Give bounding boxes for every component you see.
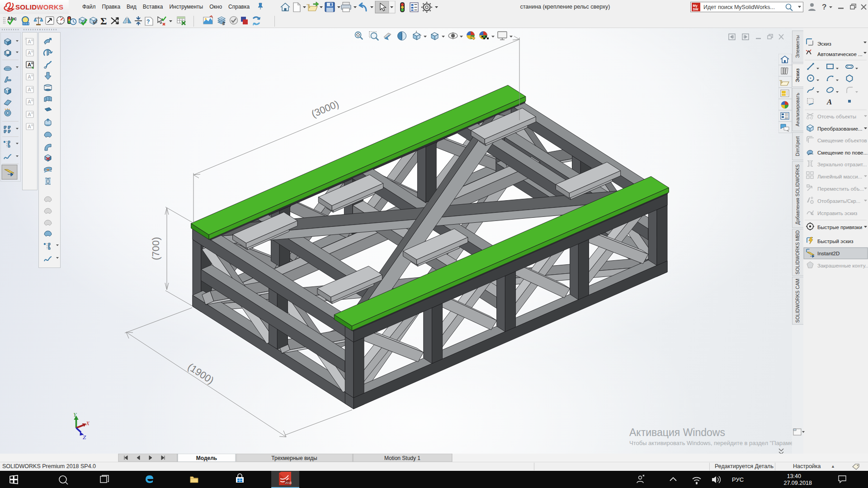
svg-text:A: A: [28, 39, 31, 44]
svg-text:Идет поиск MySolidWorks...: Идет поиск MySolidWorks...: [703, 4, 775, 10]
svg-text:SOLIDWORKS CAM: SOLIDWORKS CAM: [795, 279, 800, 323]
svg-text:13:40: 13:40: [787, 473, 801, 479]
svg-text:Motion Study 1: Motion Study 1: [384, 455, 420, 461]
svg-text:(700): (700): [150, 237, 161, 260]
svg-text:Смещение объектов: Смещение объектов: [817, 138, 867, 143]
svg-text:?: ?: [822, 3, 826, 11]
svg-text:Анализировать: Анализировать: [795, 93, 800, 127]
svg-text:Переместить объ...: Переместить объ...: [817, 186, 864, 192]
svg-text:A: A: [28, 112, 31, 117]
svg-text:Модель: Модель: [196, 455, 217, 461]
svg-text:Эскиз: Эскиз: [817, 41, 831, 47]
svg-text:DimXpert: DimXpert: [795, 136, 800, 156]
svg-text:(3000): (3000): [310, 98, 340, 120]
svg-text:A: A: [28, 62, 31, 67]
svg-text:?: ?: [146, 19, 150, 25]
svg-text:A: A: [28, 50, 31, 56]
svg-text:Добавления SOLIDWORKS: Добавления SOLIDWORKS: [795, 164, 800, 225]
svg-text:Быстрые привязки: Быстрые привязки: [817, 225, 862, 230]
svg-text:Z: Z: [83, 434, 86, 441]
svg-text:Закрашенные конту...: Закрашенные конту...: [817, 263, 868, 268]
svg-text:Преобразование...: Преобразование...: [817, 126, 862, 131]
svg-text:SW: SW: [693, 7, 699, 11]
svg-text:#: #: [222, 21, 225, 26]
svg-text:A: A: [28, 74, 31, 80]
svg-text:Исправить эскиз: Исправить эскиз: [817, 211, 857, 216]
svg-text:Линейный масси...: Линейный масси...: [817, 174, 862, 179]
svg-text:Отсечь объекты: Отсечь объекты: [817, 114, 856, 119]
svg-text:A: A: [28, 124, 31, 129]
svg-text:X: X: [85, 420, 90, 427]
svg-text:Instant2D: Instant2D: [817, 251, 840, 256]
svg-text:РУС: РУС: [732, 476, 744, 483]
svg-text:A: A: [28, 87, 31, 92]
svg-text:Эскиз: Эскиз: [795, 68, 800, 82]
svg-text:Зеркально отразит...: Зеркально отразит...: [817, 162, 867, 167]
svg-text:Отобразить/Скр...: Отобразить/Скр...: [817, 198, 860, 204]
svg-text:Элементы: Элементы: [795, 35, 800, 58]
svg-text:Σ: Σ: [100, 15, 107, 27]
svg-text:(1900): (1900): [186, 361, 216, 386]
svg-text:SOLIDWORKS: SOLIDWORKS: [15, 3, 63, 11]
svg-text:Смещение по пове...: Смещение по пове...: [817, 150, 868, 155]
svg-text:SOLIDWORKS MBD: SOLIDWORKS MBD: [795, 230, 800, 274]
svg-text:2018: 2018: [285, 481, 292, 484]
svg-text:27.09.2018: 27.09.2018: [783, 480, 812, 486]
svg-text:A: A: [28, 99, 31, 104]
svg-text:A: A: [826, 98, 832, 106]
svg-text:Автоматическое ...: Автоматическое ...: [817, 52, 863, 57]
svg-text:Быстрый эскиз: Быстрый эскиз: [817, 239, 853, 244]
svg-text:Трехмерные виды: Трехмерные виды: [271, 455, 317, 461]
